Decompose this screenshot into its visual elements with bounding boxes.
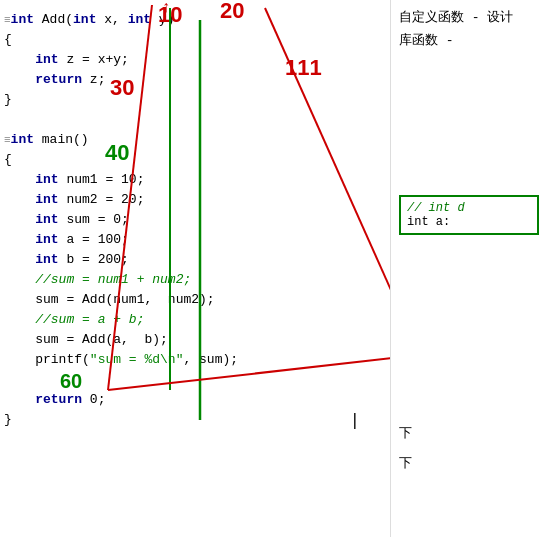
right-panel: 自定义函数 - 设计 库函数 - // int d int a: 下 下 — [390, 0, 549, 537]
code-line-10: int num2 = 20; — [0, 190, 390, 210]
code-text-18b: , sum); — [183, 350, 238, 370]
code-line-21: } — [0, 410, 390, 430]
code-text-11: sum = 0; — [59, 210, 129, 230]
code-line-18: printf("sum = %d\n", sum); — [0, 350, 390, 370]
code-line-11: int sum = 0; — [0, 210, 390, 230]
bottom-label-1: 下 — [399, 426, 412, 441]
indent-20 — [4, 390, 35, 410]
code-line-2: { — [0, 30, 390, 50]
code-text-18a: printf( — [35, 350, 90, 370]
kw-int-4: int — [35, 50, 58, 70]
kw-int-3: int — [128, 10, 151, 30]
comment-1: //sum = num1 + num2; — [35, 270, 191, 290]
kw-int-2: int — [73, 10, 96, 30]
code-line-19 — [0, 370, 390, 390]
code-line-15: sum = Add(num1, num2); — [0, 290, 390, 310]
right-bottom-2: 下 — [399, 454, 412, 472]
indent-4 — [4, 70, 35, 90]
indent-12 — [4, 230, 35, 250]
code-text-13: b = 200; — [59, 250, 129, 270]
kw-int-7: int — [35, 190, 58, 210]
code-line-9: int num1 = 10; — [0, 170, 390, 190]
code-line-3: int z = x+y; — [0, 50, 390, 70]
right-label-1: 自定义函数 - 设计 — [399, 8, 541, 29]
code-text-20: 0; — [82, 390, 105, 410]
indent-11 — [4, 210, 35, 230]
indent-15 — [4, 290, 35, 310]
string-1: "sum = %d\n" — [90, 350, 184, 370]
code-line-6 — [0, 110, 390, 130]
right-info: 自定义函数 - 设计 库函数 - — [399, 8, 541, 52]
code-text-1b: x, — [96, 10, 127, 30]
indent-3 — [4, 50, 35, 70]
code-text-3: z = x+y; — [59, 50, 129, 70]
comment-2: //sum = a + b; — [35, 310, 144, 330]
indent-16 — [4, 310, 35, 330]
code-text-10: num2 = 20; — [59, 190, 145, 210]
bottom-label-2: 下 — [399, 456, 412, 471]
right-box: // int d int a: — [399, 195, 539, 235]
code-line-16: //sum = a + b; — [0, 310, 390, 330]
collapse-marker-7: ≡ — [4, 130, 11, 150]
indent-10 — [4, 190, 35, 210]
code-line-20: return 0; — [0, 390, 390, 410]
code-text-1c: y) — [151, 10, 174, 30]
code-line-7: ≡int main() — [0, 130, 390, 150]
code-line-5: } — [0, 90, 390, 110]
indent-18 — [4, 350, 35, 370]
kw-int-5: int — [11, 130, 34, 150]
kw-int-1: int — [11, 10, 34, 30]
collapse-marker-1: ≡ — [4, 10, 11, 30]
code-line-13: int b = 200; — [0, 250, 390, 270]
code-text-1: Add( — [34, 10, 73, 30]
code-text-15: sum = Add(num1, num2); — [35, 290, 214, 310]
indent-13 — [4, 250, 35, 270]
code-line-4: return z; — [0, 70, 390, 90]
kw-return-2: return — [35, 390, 82, 410]
code-line-12: int a = 100; — [0, 230, 390, 250]
code-text-4: z; — [82, 70, 105, 90]
code-line-1: ≡int Add(int x, int y) — [0, 10, 390, 30]
kw-int-6: int — [35, 170, 58, 190]
right-box-line1: // int d — [407, 201, 531, 215]
indent-14 — [4, 270, 35, 290]
right-label-2: 库函数 - — [399, 31, 541, 52]
right-bottom-1: 下 — [399, 424, 412, 442]
code-text-7: main() — [34, 130, 89, 150]
code-text-17: sum = Add(a, b); — [35, 330, 168, 350]
code-text-5: } — [4, 90, 12, 110]
code-line-17: sum = Add(a, b); — [0, 330, 390, 350]
right-box-line2: int a: — [407, 215, 531, 229]
kw-int-9: int — [35, 230, 58, 250]
code-text-8: { — [4, 150, 12, 170]
code-text-2: { — [4, 30, 12, 50]
code-line-8: { — [0, 150, 390, 170]
kw-int-10: int — [35, 250, 58, 270]
indent-9 — [4, 170, 35, 190]
code-text-9: num1 = 10; — [59, 170, 145, 190]
indent-17 — [4, 330, 35, 350]
code-line-14: //sum = num1 + num2; — [0, 270, 390, 290]
code-text-12: a = 100; — [59, 230, 129, 250]
code-text-21: } — [4, 410, 12, 430]
code-panel: ≡int Add(int x, int y) { int z = x+y; re… — [0, 0, 390, 537]
kw-int-8: int — [35, 210, 58, 230]
main-container: ≡int Add(int x, int y) { int z = x+y; re… — [0, 0, 549, 537]
kw-return-1: return — [35, 70, 82, 90]
